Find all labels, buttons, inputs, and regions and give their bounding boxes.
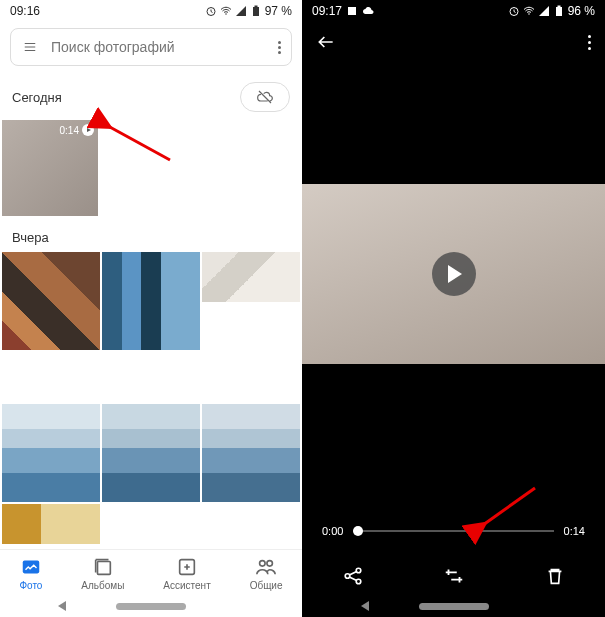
video-frame	[302, 184, 605, 364]
search-placeholder: Поиск фотографий	[51, 39, 266, 55]
nav-label: Общие	[250, 580, 283, 591]
nav-label: Ассистент	[163, 580, 210, 591]
viewer-header	[302, 22, 605, 62]
back-gesture[interactable]	[58, 601, 66, 611]
photos-icon	[20, 556, 42, 578]
svg-rect-14	[557, 6, 560, 8]
status-icons: 96 %	[508, 4, 595, 18]
nav-assistant[interactable]: Ассистент	[163, 556, 210, 591]
gesture-bar	[302, 593, 605, 617]
svg-rect-10	[348, 7, 356, 15]
video-thumbnail[interactable]: 0:14	[2, 120, 98, 216]
back-icon[interactable]	[316, 32, 336, 52]
photo-thumbnail[interactable]	[202, 404, 300, 502]
svg-point-12	[528, 13, 530, 15]
more-icon[interactable]	[588, 35, 591, 50]
svg-point-1	[225, 13, 227, 15]
svg-rect-6	[97, 562, 110, 575]
svg-rect-13	[556, 7, 562, 16]
edit-icon[interactable]	[443, 565, 465, 587]
signal-icon	[235, 5, 247, 17]
svg-point-9	[267, 561, 273, 567]
yesterday-grid	[0, 252, 302, 544]
share-icon[interactable]	[342, 565, 364, 587]
video-scrubber: 0:00 0:14	[302, 525, 605, 553]
status-battery: 96 %	[568, 4, 595, 18]
svg-line-4	[108, 126, 170, 160]
photo-thumbnail[interactable]	[2, 252, 100, 350]
sharing-icon	[255, 556, 277, 578]
video-duration: 0:14	[60, 125, 79, 136]
time-total: 0:14	[564, 525, 585, 537]
play-icon	[448, 265, 462, 283]
photo-thumbnail[interactable]	[2, 504, 100, 544]
photos-app: 09:16 97 % Поиск фотографий Сегодня 0:14	[0, 0, 302, 617]
svg-rect-2	[253, 7, 259, 16]
nav-sharing[interactable]: Общие	[250, 556, 283, 591]
home-gesture[interactable]	[419, 603, 489, 610]
play-button[interactable]	[432, 252, 476, 296]
status-time: 09:16	[10, 4, 40, 18]
section-today: Сегодня	[12, 90, 62, 105]
svg-line-15	[483, 488, 535, 525]
photo-thumbnail[interactable]	[102, 404, 200, 502]
bottom-nav: Фото Альбомы Ассистент Общие	[0, 549, 302, 593]
video-badge: 0:14	[60, 124, 94, 136]
section-yesterday-row: Вчера	[0, 216, 302, 252]
alarm-icon	[205, 5, 217, 17]
photo-thumbnail[interactable]	[202, 252, 300, 302]
photo-thumbnail[interactable]	[102, 252, 200, 350]
cloud-icon	[362, 5, 374, 17]
svg-rect-3	[254, 6, 257, 8]
nav-photos[interactable]: Фото	[19, 556, 42, 591]
annotation-arrow	[475, 483, 545, 537]
more-icon[interactable]	[278, 41, 281, 54]
time-current: 0:00	[322, 525, 343, 537]
play-icon	[82, 124, 94, 136]
status-bar: 09:17 96 %	[302, 0, 605, 22]
svg-point-8	[260, 561, 266, 567]
delete-icon[interactable]	[544, 565, 566, 587]
status-battery: 97 %	[265, 4, 292, 18]
home-gesture[interactable]	[116, 603, 186, 610]
section-yesterday: Вчера	[12, 230, 49, 245]
nav-label: Альбомы	[81, 580, 124, 591]
signal-icon	[538, 5, 550, 17]
action-bar	[302, 553, 605, 593]
battery-icon	[250, 5, 262, 17]
wifi-icon	[523, 5, 535, 17]
albums-icon	[92, 556, 114, 578]
image-icon	[346, 5, 358, 17]
video-area[interactable]	[302, 62, 605, 525]
gesture-bar	[0, 593, 302, 617]
cloud-off-icon	[255, 89, 275, 105]
back-gesture[interactable]	[361, 601, 369, 611]
status-icons: 97 %	[205, 4, 292, 18]
battery-icon	[553, 5, 565, 17]
scrub-handle[interactable]	[353, 526, 363, 536]
photo-thumbnail[interactable]	[2, 404, 100, 502]
nav-label: Фото	[19, 580, 42, 591]
alarm-icon	[508, 5, 520, 17]
video-viewer: 09:17 96 % 0:00 0:14	[302, 0, 605, 617]
section-today-row: Сегодня	[0, 72, 302, 120]
nav-albums[interactable]: Альбомы	[81, 556, 124, 591]
search-bar[interactable]: Поиск фотографий	[10, 28, 292, 66]
backup-off-button[interactable]	[240, 82, 290, 112]
wifi-icon	[220, 5, 232, 17]
status-bar: 09:16 97 %	[0, 0, 302, 22]
annotation-arrow	[100, 120, 180, 174]
menu-icon[interactable]	[21, 40, 39, 54]
assistant-icon	[176, 556, 198, 578]
status-time: 09:17	[312, 4, 342, 18]
